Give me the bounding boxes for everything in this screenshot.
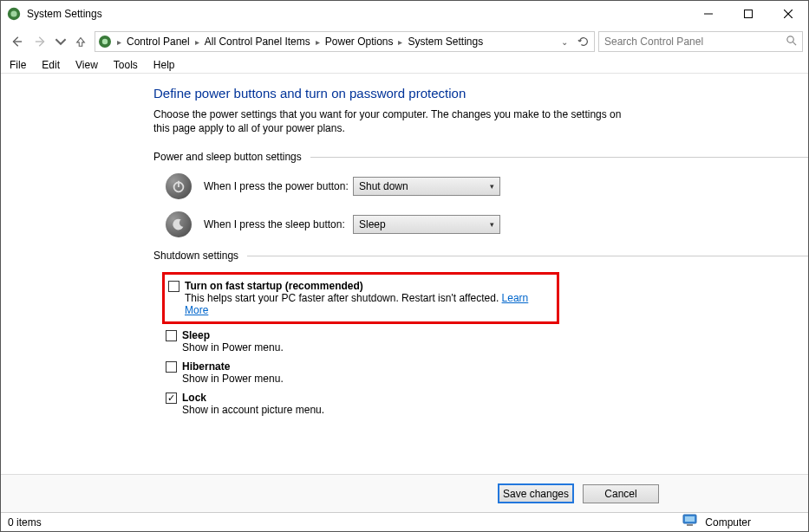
sleep-option: Sleep Show in Power menu. — [166, 329, 808, 354]
nav-bar: ▸ Control Panel ▸ All Control Panel Item… — [1, 27, 808, 56]
content-area: Define power buttons and turn on passwor… — [1, 74, 808, 474]
computer-icon — [682, 514, 700, 530]
dropdown-value: Shut down — [359, 180, 490, 192]
hibernate-option: Hibernate Show in Power menu. — [166, 360, 808, 385]
chevron-right-icon: ▸ — [117, 37, 121, 47]
power-button-row: When I press the power button: Shut down… — [166, 173, 808, 199]
hibernate-title: Hibernate — [182, 360, 230, 373]
address-bar[interactable]: ▸ Control Panel ▸ All Control Panel Item… — [95, 31, 595, 52]
menu-tools[interactable]: Tools — [112, 59, 140, 71]
lock-title: Lock — [182, 392, 206, 404]
svg-rect-3 — [745, 10, 753, 18]
chevron-right-icon: ▸ — [398, 37, 402, 47]
power-button-dropdown[interactable]: Shut down ▾ — [353, 177, 500, 196]
search-icon — [786, 35, 797, 49]
hibernate-checkbox[interactable] — [166, 361, 177, 373]
fast-startup-option: Turn on fast startup (recommended) This … — [168, 280, 553, 316]
svg-line-11 — [793, 42, 796, 45]
breadcrumb-item[interactable]: Power Options — [323, 36, 396, 48]
breadcrumb-item[interactable]: All Control Panel Items — [202, 36, 313, 48]
fast-startup-title: Turn on fast startup (recommended) — [185, 280, 363, 292]
section-label: Shutdown settings — [153, 250, 238, 262]
page-description: Choose the power settings that you want … — [153, 107, 639, 135]
section-label: Power and sleep button settings — [153, 151, 302, 163]
title-bar: System Settings — [1, 1, 808, 27]
power-icon — [166, 173, 192, 199]
sleep-icon — [166, 211, 192, 237]
section-shutdown: Shutdown settings — [153, 250, 808, 262]
menu-edit[interactable]: Edit — [40, 59, 62, 71]
app-icon — [6, 6, 22, 22]
svg-rect-16 — [687, 524, 693, 526]
power-button-label: When I press the power button: — [204, 180, 353, 192]
chevron-down-icon: ▾ — [490, 182, 494, 191]
maximize-button[interactable] — [728, 1, 768, 27]
sleep-button-dropdown[interactable]: Sleep ▾ — [353, 215, 500, 234]
breadcrumb-item[interactable]: Control Panel — [124, 36, 192, 48]
page-title: Define power buttons and turn on passwor… — [153, 86, 808, 101]
cancel-button[interactable]: Cancel — [583, 484, 659, 503]
chevron-down-icon: ▾ — [490, 220, 494, 229]
sleep-desc: Show in Power menu. — [182, 341, 808, 354]
search-input[interactable]: Search Control Panel — [598, 31, 803, 52]
breadcrumb-item[interactable]: System Settings — [405, 36, 486, 48]
footer-button-bar: Save changes Cancel — [1, 474, 808, 512]
menu-bar: File Edit View Tools Help — [1, 56, 808, 74]
chevron-right-icon: ▸ — [195, 37, 199, 47]
nav-forward-button[interactable] — [30, 31, 51, 52]
close-button[interactable] — [768, 1, 808, 27]
status-computer: Computer — [682, 514, 801, 530]
lock-checkbox[interactable] — [166, 393, 177, 404]
dropdown-value: Sleep — [359, 218, 490, 230]
fast-startup-desc: This helps start your PC faster after sh… — [185, 292, 553, 316]
divider — [247, 256, 808, 256]
menu-help[interactable]: Help — [152, 59, 177, 71]
window-title: System Settings — [27, 8, 688, 20]
chevron-down-icon[interactable]: ⌄ — [561, 37, 568, 47]
menu-file[interactable]: File — [8, 59, 28, 71]
svg-point-10 — [787, 36, 793, 42]
sleep-title: Sleep — [182, 329, 210, 341]
nav-up-button[interactable] — [70, 31, 91, 52]
minimize-button[interactable] — [688, 1, 728, 27]
refresh-button[interactable] — [575, 36, 592, 48]
status-computer-label: Computer — [705, 516, 751, 529]
sleep-checkbox[interactable] — [166, 330, 177, 341]
svg-point-1 — [10, 10, 16, 16]
lock-desc: Show in account picture menu. — [182, 404, 808, 416]
sleep-button-label: When I press the sleep button: — [204, 218, 353, 230]
fast-startup-checkbox[interactable] — [168, 281, 179, 292]
nav-recent-dropdown[interactable] — [55, 31, 67, 52]
svg-rect-15 — [685, 516, 695, 522]
lock-option: Lock Show in account picture menu. — [166, 392, 808, 416]
divider — [310, 157, 808, 158]
save-changes-button[interactable]: Save changes — [498, 483, 574, 503]
status-bar: 0 items Computer — [1, 512, 808, 531]
section-power-sleep: Power and sleep button settings — [153, 151, 808, 163]
menu-view[interactable]: View — [74, 59, 100, 71]
highlight-fast-startup: Turn on fast startup (recommended) This … — [162, 272, 559, 324]
svg-point-9 — [102, 39, 108, 44]
control-panel-icon — [97, 34, 113, 49]
nav-back-button[interactable] — [6, 31, 27, 52]
chevron-right-icon: ▸ — [316, 37, 320, 47]
hibernate-desc: Show in Power menu. — [182, 373, 808, 385]
status-items: 0 items — [8, 516, 42, 529]
sleep-button-row: When I press the sleep button: Sleep ▾ — [166, 211, 808, 237]
search-placeholder: Search Control Panel — [604, 36, 786, 48]
